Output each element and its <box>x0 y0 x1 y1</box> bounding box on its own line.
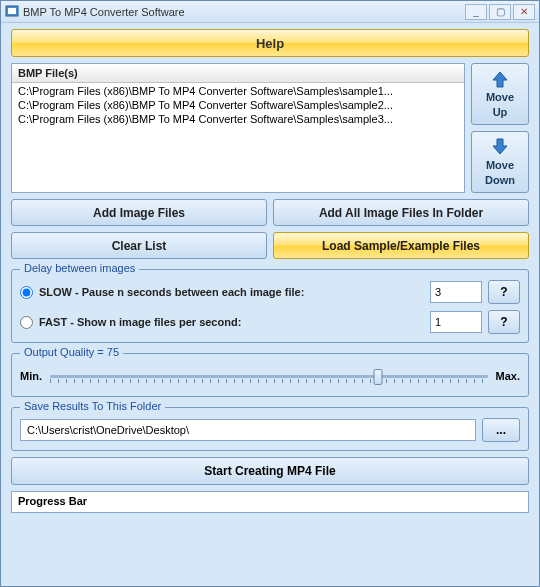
quality-max-label: Max. <box>496 370 520 382</box>
arrow-up-icon <box>490 69 510 89</box>
save-path-input[interactable] <box>20 419 476 441</box>
fast-help-button[interactable]: ? <box>488 310 520 334</box>
fast-value-input[interactable] <box>430 311 482 333</box>
minimize-button[interactable]: _ <box>465 4 487 20</box>
svg-rect-1 <box>8 8 16 14</box>
fast-radio[interactable] <box>20 316 33 329</box>
save-group-title: Save Results To This Folder <box>20 400 165 412</box>
help-button[interactable]: Help <box>11 29 529 57</box>
file-list-body[interactable]: C:\Program Files (x86)\BMP To MP4 Conver… <box>12 83 464 192</box>
slider-track <box>50 375 488 378</box>
arrow-down-icon <box>490 137 510 157</box>
app-window: BMP To MP4 Converter Software _ ▢ ✕ Help… <box>0 0 540 587</box>
progress-bar: Progress Bar <box>11 491 529 513</box>
slow-radio-label[interactable]: SLOW - Pause n seconds between each imag… <box>20 286 424 299</box>
slider-thumb[interactable] <box>374 369 383 385</box>
list-item[interactable]: C:\Program Files (x86)\BMP To MP4 Conver… <box>12 84 464 98</box>
file-row: BMP File(s) C:\Program Files (x86)\BMP T… <box>11 63 529 193</box>
delay-fast-row: FAST - Show n image files per second: ? <box>20 310 520 334</box>
quality-slider[interactable] <box>50 366 488 386</box>
quality-min-label: Min. <box>20 370 42 382</box>
save-row: ... <box>20 418 520 442</box>
quality-slider-row: Min. Max. <box>20 364 520 388</box>
add-image-files-button[interactable]: Add Image Files <box>11 199 267 226</box>
quality-group: Output Quality = 75 Min. Max. <box>11 353 529 397</box>
list-item[interactable]: C:\Program Files (x86)\BMP To MP4 Conver… <box>12 112 464 126</box>
save-group: Save Results To This Folder ... <box>11 407 529 451</box>
button-row-2: Clear List Load Sample/Example Files <box>11 232 529 259</box>
close-button[interactable]: ✕ <box>513 4 535 20</box>
file-list[interactable]: BMP File(s) C:\Program Files (x86)\BMP T… <box>11 63 465 193</box>
move-up-button[interactable]: Move Up <box>471 63 529 125</box>
delay-group: Delay between images SLOW - Pause n seco… <box>11 269 529 343</box>
titlebar: BMP To MP4 Converter Software _ ▢ ✕ <box>1 1 539 23</box>
titlebar-buttons: _ ▢ ✕ <box>465 4 535 20</box>
add-all-folder-button[interactable]: Add All Image Files In Folder <box>273 199 529 226</box>
delay-group-title: Delay between images <box>20 262 139 274</box>
delay-slow-row: SLOW - Pause n seconds between each imag… <box>20 280 520 304</box>
file-list-header: BMP File(s) <box>12 64 464 83</box>
fast-radio-label[interactable]: FAST - Show n image files per second: <box>20 316 424 329</box>
move-down-button[interactable]: Move Down <box>471 131 529 193</box>
list-item[interactable]: C:\Program Files (x86)\BMP To MP4 Conver… <box>12 98 464 112</box>
move-column: Move Up Move Down <box>471 63 529 193</box>
load-sample-button[interactable]: Load Sample/Example Files <box>273 232 529 259</box>
slow-value-input[interactable] <box>430 281 482 303</box>
quality-group-title: Output Quality = 75 <box>20 346 123 358</box>
content: Help BMP File(s) C:\Program Files (x86)\… <box>1 23 539 519</box>
maximize-button[interactable]: ▢ <box>489 4 511 20</box>
clear-list-button[interactable]: Clear List <box>11 232 267 259</box>
slow-help-button[interactable]: ? <box>488 280 520 304</box>
app-icon <box>5 5 19 19</box>
button-row-1: Add Image Files Add All Image Files In F… <box>11 199 529 226</box>
titlebar-title: BMP To MP4 Converter Software <box>23 6 465 18</box>
slider-ticks <box>50 379 488 383</box>
browse-button[interactable]: ... <box>482 418 520 442</box>
start-button[interactable]: Start Creating MP4 File <box>11 457 529 485</box>
slow-radio[interactable] <box>20 286 33 299</box>
